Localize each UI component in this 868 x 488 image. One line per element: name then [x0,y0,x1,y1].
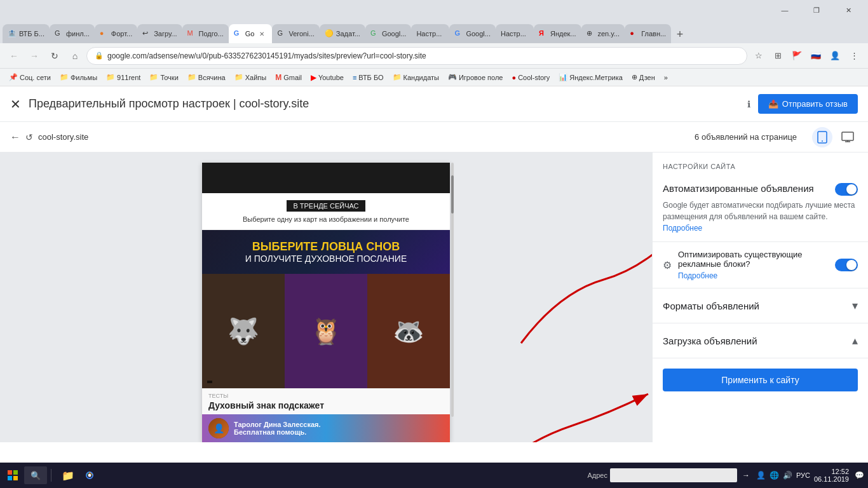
preview-scrollbar[interactable] [451,163,454,417]
search-icon: 🔍 [31,471,41,480]
bookmark-label-soc: Соц. сети [20,74,51,81]
tab-nastro2[interactable]: Настр... [496,24,534,43]
tab-fin[interactable]: G финл... [50,24,95,43]
tab-load[interactable]: ↩ Загру... [137,24,182,43]
tab-google2[interactable]: G Googl... [365,24,412,43]
bookmark-gmail[interactable]: M Gmail [271,72,306,83]
bookmark-star-icon[interactable]: ☆ [750,47,768,65]
taskbar-person-icon[interactable]: 👤 [756,471,766,480]
taskbar-notifications-icon[interactable]: 💬 [853,469,865,482]
tab-title-google3: Googl... [466,30,491,37]
apply-btn-row: Применить к сайту [653,358,868,402]
tab-zen[interactable]: ⊕ zen.y... [581,24,625,43]
svg-rect-9 [13,476,18,480]
auto-ads-toggle[interactable] [835,183,858,196]
bookmark-label-cool: Cool-story [518,74,550,81]
tab-nastro[interactable]: Настр... [411,24,449,43]
preview-refresh-button[interactable]: ↺ [25,132,33,142]
tab-mail[interactable]: M Подго... [182,24,229,43]
address-input[interactable]: 🔒 google.com/adsense/new/u/0/pub-6335276… [86,47,747,65]
tab-google-active[interactable]: G Go ✕ [229,24,273,43]
tab-title-fin: финл... [66,30,90,37]
bookmark-icon-films: 📁 [60,73,69,81]
bookmark-label-youtube: Youtube [318,74,344,81]
svg-rect-7 [13,470,18,475]
ad-title2: Бесплатная помощь. [234,428,321,436]
taskbar-address-input[interactable] [610,468,737,482]
taskbar-volume-icon[interactable]: 🔊 [783,471,792,480]
bookmark-hypes[interactable]: 📁 Хайпы [231,72,270,83]
tab-yandex[interactable]: Я Яндек... [534,24,581,43]
start-button[interactable] [3,465,23,485]
optimize-toggle[interactable] [835,259,858,271]
desktop-device-button[interactable] [837,127,858,147]
svg-rect-8 [8,476,12,480]
bookmark-vtbbo[interactable]: ≡ ВТБ БО [349,72,388,83]
bookmark-igra[interactable]: 🎮 Игровое поле [444,72,507,83]
windows-logo-icon [8,470,18,480]
gear-icon: ⚙ [663,259,672,271]
apply-button[interactable]: Применить к сайту [663,369,858,391]
bookmark-films[interactable]: 📁 Фильмы [56,72,101,83]
close-button[interactable]: ✕ [834,0,863,20]
bookmark-label-gmail: Gmail [283,74,302,81]
ad-avatar: 👤 [208,418,229,438]
feedback-button[interactable]: 📤 Отправить отзыв [758,94,858,114]
russia-flag-icon[interactable]: 🇷🇺 [807,47,825,65]
bookmark-tochki[interactable]: 📁 Точки [146,72,182,83]
forward-button[interactable]: → [25,47,43,65]
tab-title-mail: Подго... [199,30,224,37]
tab-zadach[interactable]: 🟡 Задат... [320,24,365,43]
preview-back-button[interactable]: ← [10,132,20,143]
mobile-device-button[interactable] [812,127,832,147]
bookmark-vsyach[interactable]: 📁 Всячина [184,72,229,83]
bookmark-icon-dzen: ⊕ [632,73,637,81]
optimize-label: Оптимизировать существующие рекламные бл… [678,250,829,269]
bookmark-cool[interactable]: ● Cool-story [508,72,554,83]
tabs-bar: 🏦 ВТБ Б... G финл... ● Форт... ↩ Загру..… [0,20,868,43]
taskbar-network-icon[interactable]: 🌐 [770,471,779,480]
bookmark-rent[interactable]: 📁 911rent [102,72,144,83]
new-tab-button[interactable]: + [671,25,689,43]
tab-fort[interactable]: ● Форт... [95,24,137,43]
bookmark-soc[interactable]: 📌 Соц. сети [5,72,55,83]
tab-main[interactable]: ● Главн... [625,24,671,43]
tab-google3[interactable]: G Googl... [449,24,496,43]
optimize-more-link[interactable]: Подробнее [678,271,829,280]
loading-accordion-header[interactable]: Загрузка объявлений ▴ [653,323,868,358]
info-icon[interactable]: ℹ [747,99,750,109]
formats-accordion-header[interactable]: Форматы объявлений ▾ [653,288,868,323]
tab-close-google[interactable]: ✕ [257,29,267,39]
maximize-button[interactable]: ❐ [802,0,831,20]
bookmark-kand[interactable]: 📁 Кандидаты [389,72,443,83]
trending-badge: В ТРЕНДЕ СЕЙЧАС [287,200,365,212]
tab-title-main: Главн... [641,30,666,37]
taskbar-divider [51,469,51,482]
preview-scrollbar-thumb[interactable] [451,175,454,214]
taskbar-file-explorer-icon[interactable]: 📁 [58,465,78,485]
more-bookmarks[interactable]: » [660,72,672,83]
menu-icon[interactable]: ⋮ [845,47,863,65]
tab-title-zen: zen.y... [598,30,620,37]
taskbar-search-button[interactable]: 🔍 [24,466,47,484]
extension-icon[interactable]: ⊞ [769,47,787,65]
bookmark-youtube[interactable]: ▶ Youtube [307,72,348,83]
bookmark-dzen[interactable]: ⊕ Дзен [628,72,659,83]
formats-accordion: Форматы объявлений ▾ [653,288,868,323]
auto-ads-more-link[interactable]: Подробнее [663,224,702,233]
flag-icon[interactable]: 🚩 [788,47,806,65]
user-icon[interactable]: 👤 [826,47,844,65]
tab-favicon-google3: G [454,29,463,38]
taskbar-go-button[interactable]: → [740,469,752,482]
page-close-button[interactable]: ✕ [10,97,21,112]
home-button[interactable]: ⌂ [66,47,84,65]
refresh-button[interactable]: ↻ [46,47,64,65]
bookmark-label-hypes: Хайпы [245,74,266,81]
taskbar-chrome-icon[interactable] [79,465,100,485]
taskbar-time-value: 12:52 [814,468,849,475]
minimize-button[interactable]: — [770,0,799,20]
tab-veron[interactable]: G Veroni... [272,24,319,43]
back-button[interactable]: ← [5,47,23,65]
bookmark-ymetrika[interactable]: 📊 Яндекс.Метрика [555,72,627,83]
tab-vtb[interactable]: 🏦 ВТБ Б... [3,24,50,43]
